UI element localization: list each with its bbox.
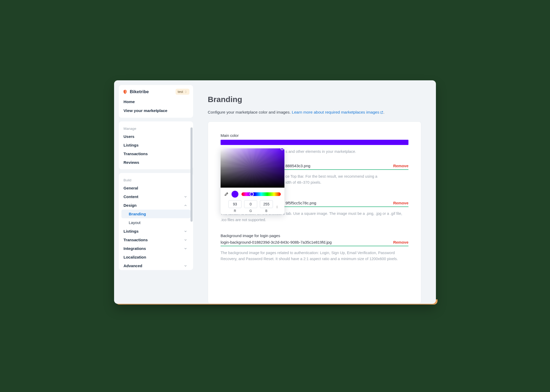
- nav-listings[interactable]: Listings: [121, 141, 190, 149]
- nav-design-branding[interactable]: Branding: [121, 210, 190, 218]
- sidebar-build-panel: Build General Content Design Branding La…: [119, 173, 193, 270]
- sidebar-scrollbar[interactable]: [190, 127, 193, 222]
- nav-home[interactable]: Home: [121, 97, 190, 106]
- chevron-down-icon: [184, 264, 187, 268]
- login-bg-helper: The background image for pages related t…: [221, 250, 408, 262]
- sidebar-manage-panel: Manage Users Listings Transactions Revie…: [119, 121, 193, 169]
- main-color-swatch[interactable]: [221, 140, 408, 145]
- chevron-up-icon: [184, 204, 187, 207]
- main-color-label: Main color: [221, 133, 408, 138]
- group-build-label: Build: [121, 177, 190, 184]
- nav-reviews[interactable]: Reviews: [121, 158, 190, 167]
- chevron-down-icon: [184, 229, 187, 233]
- brand[interactable]: Biketribe: [122, 89, 149, 94]
- color-picker-b-label: B: [265, 209, 267, 213]
- brand-row: Biketribe test: [121, 89, 190, 97]
- nav-design[interactable]: Design: [121, 201, 190, 210]
- group-manage-label: Manage: [121, 125, 190, 132]
- nav-users[interactable]: Users: [121, 132, 190, 141]
- learn-more-link[interactable]: Learn more about required marketplaces i…: [292, 110, 383, 114]
- app-window: Biketribe test Home View your marketplac…: [114, 80, 436, 304]
- color-picker-popover: R G B: [221, 148, 284, 214]
- color-picker-rgb-row: R G B: [221, 200, 284, 213]
- page-subtitle-tail: .: [383, 110, 384, 114]
- sidebar: Biketribe test Home View your marketplac…: [114, 80, 193, 304]
- env-label: test: [178, 90, 183, 94]
- brand-logo-icon: [122, 89, 128, 94]
- color-picker-b-input[interactable]: [260, 200, 273, 208]
- nav-integrations[interactable]: Integrations: [121, 244, 190, 253]
- color-picker-g-label: G: [249, 209, 252, 213]
- login-bg-remove-button[interactable]: Remove: [393, 240, 408, 244]
- chevron-down-icon: [184, 238, 187, 242]
- brand-name: Biketribe: [130, 89, 149, 94]
- nav-content[interactable]: Content: [121, 192, 190, 201]
- nav-localization[interactable]: Localization: [121, 253, 190, 261]
- chevron-down-icon: [184, 195, 187, 199]
- nav-advanced[interactable]: Advanced: [121, 261, 190, 270]
- branding-card: Main color s and other elements in your …: [208, 121, 421, 304]
- sv-texture: [221, 148, 284, 188]
- nav-design-layout[interactable]: Layout: [121, 218, 190, 227]
- color-picker-current-swatch: [232, 191, 238, 198]
- login-bg-label: Background image for login pages: [221, 233, 408, 238]
- color-picker-sv-area[interactable]: [221, 148, 284, 188]
- sidebar-top-links: Home View your marketplace: [121, 97, 190, 115]
- color-picker-r-label: R: [234, 209, 236, 213]
- login-bg-filename: login-background-0188239d-3c2d-843c-908b…: [221, 240, 332, 244]
- color-picker-mode-toggle[interactable]: [276, 205, 279, 210]
- page-subtitle: Configure your marketplace color and ima…: [208, 109, 421, 116]
- page-subtitle-lead: Configure your marketplace color and ima…: [208, 110, 292, 114]
- color-picker-hue-slider[interactable]: [242, 192, 281, 196]
- color-picker-hue-cursor[interactable]: [250, 192, 254, 196]
- favicon-remove-button[interactable]: Remove: [393, 201, 408, 205]
- external-link-icon: [380, 110, 383, 116]
- sidebar-top-panel: Biketribe test Home View your marketplac…: [119, 85, 193, 118]
- page-title: Branding: [208, 95, 421, 104]
- nav-view-marketplace[interactable]: View your marketplace: [121, 106, 190, 115]
- chevron-down-icon: [184, 247, 187, 250]
- main-content: Branding Configure your marketplace colo…: [193, 80, 436, 304]
- nav-general[interactable]: General: [121, 184, 190, 192]
- chevron-updown-icon: [184, 90, 187, 93]
- color-picker-g-input[interactable]: [244, 200, 257, 208]
- login-bg-file-row: login-background-0188239d-3c2d-843c-908b…: [221, 240, 408, 246]
- eyedropper-icon[interactable]: [224, 192, 228, 196]
- color-picker-controls: [221, 188, 284, 200]
- nav-build-transactions[interactable]: Transactions: [121, 236, 190, 244]
- nav-transactions[interactable]: Transactions: [121, 149, 190, 158]
- env-switcher[interactable]: test: [176, 89, 189, 95]
- nav-build-listings[interactable]: Listings: [121, 227, 190, 236]
- logo-remove-button[interactable]: Remove: [393, 164, 408, 168]
- color-picker-r-input[interactable]: [228, 200, 242, 208]
